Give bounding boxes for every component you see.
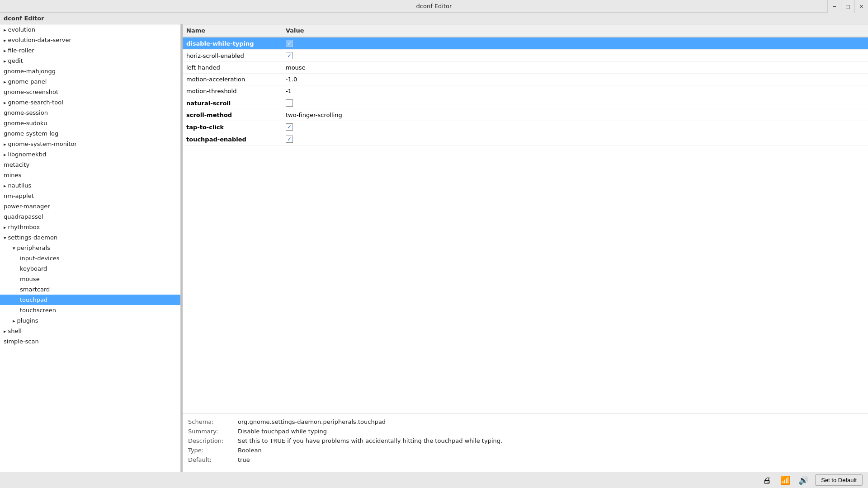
main-container: evolutionevolution-data-serverfile-rolle… xyxy=(0,24,868,472)
row-name: left-handed xyxy=(186,64,286,71)
sidebar-item-gnome-system-monitor[interactable]: gnome-system-monitor xyxy=(0,139,180,149)
sidebar-item-gedit[interactable]: gedit xyxy=(0,56,180,66)
sidebar-item-evolution-data-server[interactable]: evolution-data-server xyxy=(0,35,180,45)
row-name: motion-threshold xyxy=(186,88,286,94)
summary-row: Summary: Disable touchpad while typing xyxy=(188,427,863,436)
audio-icon: 🔊 xyxy=(797,474,810,487)
checkbox-checked-icon[interactable]: ✓ xyxy=(286,40,293,47)
close-button[interactable]: ✕ xyxy=(854,0,868,13)
default-row: Default: true xyxy=(188,455,863,465)
table-row[interactable]: natural-scroll xyxy=(183,97,868,109)
table-row[interactable]: motion-threshold-1 xyxy=(183,85,868,97)
row-name: tap-to-click xyxy=(186,124,286,131)
sidebar-item-gnome-session[interactable]: gnome-session xyxy=(0,108,180,118)
schema-value: org.gnome.settings-daemon.peripherals.to… xyxy=(238,418,863,425)
sidebar-item-file-roller[interactable]: file-roller xyxy=(0,45,180,56)
table-row[interactable]: disable-while-typing✓ xyxy=(183,38,868,50)
row-name: motion-acceleration xyxy=(186,76,286,83)
sidebar: evolutionevolution-data-serverfile-rolle… xyxy=(0,24,181,472)
row-value: -1 xyxy=(286,88,864,94)
window-title: dconf Editor xyxy=(416,3,452,9)
description-value: Set this to TRUE if you have problems wi… xyxy=(238,437,863,444)
summary-label: Summary: xyxy=(188,428,238,435)
row-name: natural-scroll xyxy=(186,100,286,107)
schema-row: Schema: org.gnome.settings-daemon.periph… xyxy=(188,417,863,427)
app-header: dconf Editor xyxy=(0,13,868,24)
row-name: scroll-method xyxy=(186,112,286,118)
app-label: dconf Editor xyxy=(4,15,44,22)
sidebar-item-input-devices[interactable]: input-devices xyxy=(0,253,180,263)
row-value: ✓ xyxy=(286,40,864,47)
column-header-value: Value xyxy=(286,27,864,34)
sidebar-item-touchscreen[interactable]: touchscreen xyxy=(0,305,180,315)
set-default-button[interactable]: Set to Default xyxy=(815,474,863,486)
sidebar-item-power-manager[interactable]: power-manager xyxy=(0,201,180,211)
description-row: Description: Set this to TRUE if you hav… xyxy=(188,436,863,446)
sidebar-item-quadrapassel[interactable]: quadrapassel xyxy=(0,211,180,222)
sidebar-item-evolution[interactable]: evolution xyxy=(0,24,180,35)
sidebar-item-rhythmbox[interactable]: rhythmbox xyxy=(0,222,180,232)
schema-label: Schema: xyxy=(188,418,238,425)
table-row[interactable]: scroll-methodtwo-finger-scrolling xyxy=(183,109,868,121)
column-header-name: Name xyxy=(186,27,286,34)
status-bar: 🖨 📶 🔊 Set to Default xyxy=(0,472,868,488)
settings-table: Name Value disable-while-typing✓horiz-sc… xyxy=(183,24,868,413)
network-icon: 📶 xyxy=(779,474,792,487)
row-value: two-finger-scrolling xyxy=(286,112,864,118)
title-bar: dconf Editor ─ □ ✕ xyxy=(0,0,868,13)
sidebar-item-gnome-panel[interactable]: gnome-panel xyxy=(0,76,180,87)
row-name: horiz-scroll-enabled xyxy=(186,52,286,59)
type-label: Type: xyxy=(188,447,238,454)
table-body: disable-while-typing✓horiz-scroll-enable… xyxy=(183,38,868,145)
sidebar-item-gnome-mahjongg[interactable]: gnome-mahjongg xyxy=(0,66,180,76)
row-value: ✓ xyxy=(286,136,864,143)
sidebar-item-gnome-system-log[interactable]: gnome-system-log xyxy=(0,128,180,139)
sidebar-item-libgnomekbd[interactable]: libgnomekbd xyxy=(0,149,180,160)
sidebar-item-gnome-screenshot[interactable]: gnome-screenshot xyxy=(0,87,180,97)
row-value: -1.0 xyxy=(286,76,864,83)
sidebar-item-metacity[interactable]: metacity xyxy=(0,160,180,170)
row-name: touchpad-enabled xyxy=(186,136,286,143)
type-value: Boolean xyxy=(238,447,863,454)
summary-value: Disable touchpad while typing xyxy=(238,428,863,435)
window-controls: ─ □ ✕ xyxy=(827,0,868,13)
table-row[interactable]: tap-to-click✓ xyxy=(183,121,868,133)
sidebar-item-smartcard[interactable]: smartcard xyxy=(0,284,180,295)
sidebar-item-plugins[interactable]: plugins xyxy=(0,315,180,326)
sidebar-item-touchpad[interactable]: touchpad xyxy=(0,295,180,305)
row-value: ✓ xyxy=(286,123,864,131)
sidebar-item-gnome-search-tool[interactable]: gnome-search-tool xyxy=(0,97,180,108)
row-name: disable-while-typing xyxy=(186,40,286,47)
printer-icon: 🖨 xyxy=(761,474,774,487)
type-row: Type: Boolean xyxy=(188,446,863,455)
table-row[interactable]: motion-acceleration-1.0 xyxy=(183,74,868,85)
sidebar-item-keyboard[interactable]: keyboard xyxy=(0,263,180,274)
sidebar-item-mouse[interactable]: mouse xyxy=(0,274,180,284)
maximize-button[interactable]: □ xyxy=(841,0,854,13)
sidebar-item-nm-applet[interactable]: nm-applet xyxy=(0,191,180,201)
table-row[interactable]: touchpad-enabled✓ xyxy=(183,133,868,145)
sidebar-item-nautilus[interactable]: nautilus xyxy=(0,180,180,191)
sidebar-item-settings-daemon[interactable]: settings-daemon xyxy=(0,232,180,243)
checkbox-checked-icon[interactable]: ✓ xyxy=(286,136,293,143)
table-row[interactable]: horiz-scroll-enabled✓ xyxy=(183,50,868,62)
default-value: true xyxy=(238,456,863,463)
table-row[interactable]: left-handedmouse xyxy=(183,62,868,74)
row-value: mouse xyxy=(286,64,864,71)
checkbox-checked-icon[interactable]: ✓ xyxy=(286,123,293,131)
sidebar-item-mines[interactable]: mines xyxy=(0,170,180,180)
default-label: Default: xyxy=(188,456,238,463)
row-value: ✓ xyxy=(286,52,864,59)
checkbox-checked-icon[interactable]: ✓ xyxy=(286,52,293,59)
sidebar-item-shell[interactable]: shell xyxy=(0,326,180,336)
sidebar-item-peripherals[interactable]: peripherals xyxy=(0,243,180,253)
sidebar-item-simple-scan[interactable]: simple-scan xyxy=(0,336,180,347)
row-value xyxy=(286,99,864,107)
description-label: Description: xyxy=(188,437,238,444)
minimize-button[interactable]: ─ xyxy=(827,0,841,13)
sidebar-item-gnome-sudoku[interactable]: gnome-sudoku xyxy=(0,118,180,128)
right-panel: Name Value disable-while-typing✓horiz-sc… xyxy=(183,24,868,472)
table-header: Name Value xyxy=(183,24,868,38)
checkbox-unchecked-icon[interactable] xyxy=(286,99,293,107)
info-panel: Schema: org.gnome.settings-daemon.periph… xyxy=(183,413,868,472)
